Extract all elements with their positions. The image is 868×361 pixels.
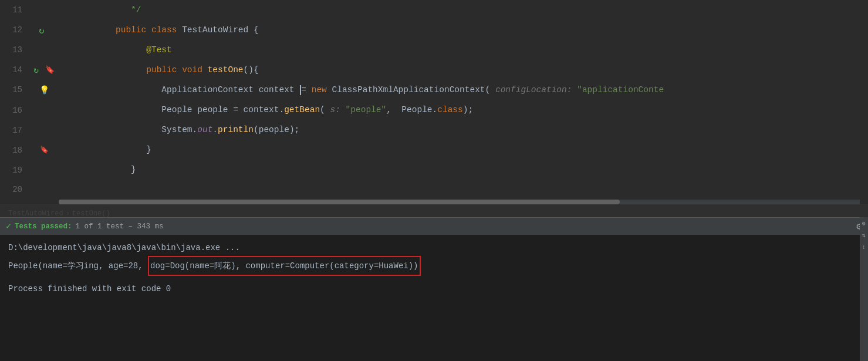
- run-arrow-icon[interactable]: ↻: [39, 25, 49, 35]
- line-number-20: 20: [0, 185, 29, 194]
- console-path-line: D:\development\java\java8\java\bin\java.…: [8, 239, 860, 256]
- horizontal-scrollbar[interactable]: [59, 200, 860, 204]
- bulb-icon[interactable]: 💡: [39, 85, 49, 95]
- output-text-before: People(name=学习ing, age=28,: [8, 258, 148, 274]
- gutter-15: 💡: [29, 85, 59, 95]
- console-process-line: Process finished with exit code 0: [8, 281, 860, 297]
- scroll-arrow-up[interactable]: ⇅: [860, 231, 868, 239]
- run-test-arrow-icon[interactable]: ↻: [33, 65, 44, 75]
- line-number-15: 15: [0, 85, 29, 95]
- console-output: D:\development\java\java8\java\bin\java.…: [0, 235, 868, 361]
- code-token: }: [116, 165, 136, 174]
- editor-area: 11 */ 12 ↻ public class TestAutoWired { …: [0, 0, 868, 217]
- bookmark-icon: 🔖: [45, 65, 55, 75]
- scrollbar-thumb[interactable]: [59, 200, 620, 204]
- line-number-14: 14: [0, 65, 29, 75]
- line-number-17: 17: [0, 126, 29, 135]
- code-line-19: 19 }: [0, 160, 868, 180]
- gutter-18: 🔖: [29, 146, 59, 154]
- line-number-18: 18: [0, 146, 29, 155]
- scroll-arrow-down[interactable]: ↕: [860, 243, 868, 251]
- code-container: 11 */ 12 ↻ public class TestAutoWired { …: [0, 0, 868, 200]
- code-line-20: 20: [0, 180, 868, 200]
- status-label-bold: Tests passed:: [15, 222, 72, 231]
- line-number-11: 11: [0, 5, 29, 15]
- scroll-up-button[interactable]: ⚙: [860, 220, 868, 228]
- output-highlighted-segment: dog=Dog(name=阿花), computer=Computer(cate…: [148, 256, 420, 276]
- check-icon: ✓: [6, 221, 11, 232]
- scrollbar-panel[interactable]: ⚙ ⇅ ↕: [860, 217, 868, 361]
- bottom-panel: ✓ Tests passed: 1 of 1 test – 343 ms ⚙ D…: [0, 217, 868, 361]
- line-number-16: 16: [0, 106, 29, 115]
- test-status: ✓ Tests passed: 1 of 1 test – 343 ms: [6, 221, 164, 232]
- gutter-14[interactable]: ↻ 🔖: [29, 65, 59, 75]
- console-output-line: People(name=学习ing, age=28, dog=Dog(name=…: [8, 256, 860, 276]
- status-label-detail: 1 of 1 test – 343 ms: [76, 222, 164, 231]
- gutter-12[interactable]: ↻: [29, 25, 59, 35]
- panel-toolbar: ✓ Tests passed: 1 of 1 test – 343 ms ⚙: [0, 217, 868, 235]
- line-number-13: 13: [0, 45, 29, 55]
- bookmark-icon-18: 🔖: [40, 146, 49, 154]
- line-number-19: 19: [0, 166, 29, 175]
- line-number-12: 12: [0, 25, 29, 35]
